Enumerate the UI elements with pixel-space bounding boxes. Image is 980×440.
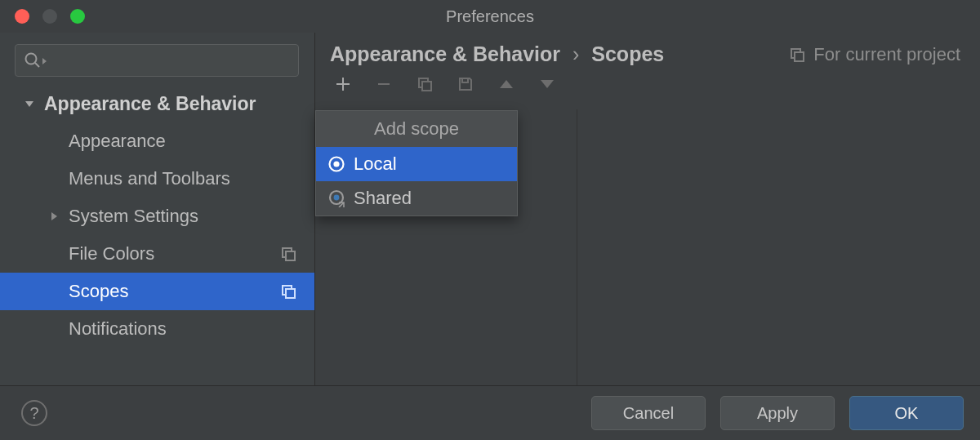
- sidebar-item-file-colors[interactable]: File Colors: [0, 235, 314, 273]
- sidebar-item-appearance[interactable]: Appearance: [0, 122, 314, 160]
- project-level-icon: [789, 47, 805, 63]
- chevron-down-icon: [20, 98, 39, 109]
- preferences-sidebar: Appearance & Behavior Appearance Menus a…: [0, 33, 315, 385]
- search-icon: [24, 51, 48, 69]
- move-up-button[interactable]: [497, 74, 516, 94]
- maximize-window-button[interactable]: [70, 9, 85, 24]
- sidebar-item-label: Scopes: [69, 281, 128, 302]
- svg-rect-5: [286, 289, 295, 298]
- chevron-right-icon: ›: [572, 42, 579, 65]
- copy-button[interactable]: [415, 74, 434, 94]
- add-scope-popup: Add scope Local Shared: [315, 110, 518, 216]
- cancel-button[interactable]: Cancel: [591, 396, 706, 430]
- svg-rect-3: [286, 251, 295, 260]
- sidebar-group-appearance-behavior[interactable]: Appearance & Behavior: [0, 85, 314, 122]
- shared-scope-icon: [327, 189, 345, 207]
- triangle-down-icon: [539, 78, 555, 90]
- sidebar-item-label: System Settings: [69, 206, 198, 227]
- popup-title: Add scope: [316, 111, 517, 147]
- svg-rect-11: [462, 78, 468, 82]
- popup-item-local[interactable]: Local: [316, 147, 517, 181]
- scopes-toolbar: [315, 71, 980, 102]
- content-pane: Appearance & Behavior › Scopes For curre…: [315, 33, 980, 385]
- minus-icon: [376, 76, 392, 92]
- close-window-button[interactable]: [15, 9, 29, 24]
- svg-rect-7: [795, 52, 804, 61]
- copy-icon: [416, 76, 433, 92]
- sidebar-item-label: Appearance: [69, 131, 166, 152]
- sidebar-item-label: Menus and Toolbars: [69, 168, 230, 189]
- svg-line-1: [35, 63, 39, 67]
- svg-point-13: [333, 161, 339, 167]
- settings-tree: Appearance & Behavior Appearance Menus a…: [0, 85, 314, 348]
- save-icon: [457, 76, 474, 92]
- content-divider: [577, 109, 577, 385]
- titlebar: Preferences: [0, 0, 980, 33]
- sidebar-group-label: Appearance & Behavior: [44, 93, 256, 115]
- apply-button[interactable]: Apply: [720, 396, 835, 430]
- minimize-window-button[interactable]: [42, 9, 57, 24]
- search-input[interactable]: [15, 44, 299, 77]
- breadcrumb-current: Scopes: [591, 42, 664, 65]
- ok-button[interactable]: OK: [849, 396, 964, 430]
- main-split: Appearance & Behavior Appearance Menus a…: [0, 33, 980, 385]
- help-button[interactable]: ?: [21, 400, 47, 426]
- window-title: Preferences: [446, 7, 534, 26]
- button-label: OK: [895, 404, 919, 423]
- popup-item-label: Shared: [354, 188, 412, 209]
- svg-point-15: [334, 195, 340, 201]
- button-label: Cancel: [623, 404, 674, 423]
- svg-point-0: [26, 54, 37, 64]
- svg-rect-10: [422, 82, 431, 91]
- add-button[interactable]: [333, 74, 353, 94]
- chevron-right-icon: [44, 211, 64, 222]
- project-level-icon: [280, 246, 296, 262]
- for-current-project-label: For current project: [813, 44, 960, 65]
- for-current-project-indicator: For current project: [789, 44, 960, 65]
- save-button[interactable]: [456, 74, 475, 94]
- popup-item-shared[interactable]: Shared: [316, 181, 517, 216]
- plus-icon: [335, 76, 351, 92]
- sidebar-item-label: File Colors: [69, 243, 154, 264]
- sidebar-item-notifications[interactable]: Notifications: [0, 310, 314, 348]
- sidebar-item-system-settings[interactable]: System Settings: [0, 198, 314, 235]
- window-controls: [15, 9, 85, 24]
- move-down-button[interactable]: [537, 74, 557, 94]
- sidebar-item-scopes[interactable]: Scopes: [0, 273, 314, 310]
- dialog-footer: ? Cancel Apply OK: [0, 385, 980, 440]
- remove-button[interactable]: [374, 74, 394, 94]
- breadcrumb: Appearance & Behavior › Scopes: [330, 42, 664, 66]
- local-scope-icon: [327, 155, 345, 173]
- sidebar-item-label: Notifications: [69, 318, 167, 340]
- breadcrumb-parent: Appearance & Behavior: [330, 42, 560, 65]
- help-icon: ?: [29, 404, 38, 423]
- svg-rect-8: [378, 83, 390, 85]
- content-header: Appearance & Behavior › Scopes For curre…: [315, 33, 980, 71]
- project-level-icon: [280, 283, 296, 300]
- triangle-up-icon: [498, 78, 514, 90]
- sidebar-item-menus-toolbars[interactable]: Menus and Toolbars: [0, 160, 314, 198]
- button-label: Apply: [757, 404, 798, 423]
- popup-item-label: Local: [354, 153, 397, 175]
